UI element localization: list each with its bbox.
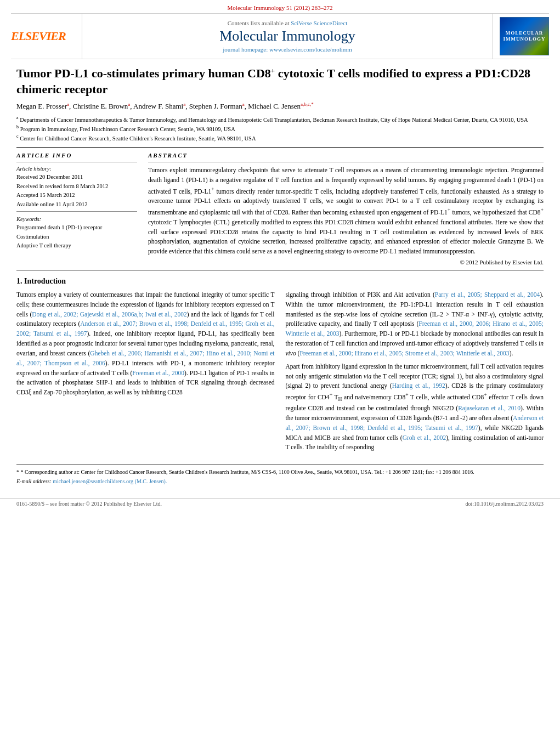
ref-harding[interactable]: Harding et al., 1992: [392, 382, 445, 389]
divider-affiliations: [16, 147, 544, 148]
info-divider2: [16, 211, 137, 212]
email-address[interactable]: michael.jensen@seattlechildrens.org (M.C…: [53, 478, 167, 484]
intro-para2: signaling through inhibition of PI3K and…: [286, 290, 544, 359]
journal-top-bar: Molecular Immunology 51 (2012) 263–272: [11, 4, 549, 11]
journal-title: Molecular Immunology: [219, 28, 355, 44]
aff3-text: Center for Childhood Cancer Research, Se…: [20, 135, 256, 141]
homepage-label: journal homepage:: [223, 46, 268, 53]
ref-parry[interactable]: Parry et al., 2005; Sheppard et al., 200…: [435, 291, 540, 298]
author5: , Michael C. Jensen: [245, 103, 301, 111]
ref-freeman-strome[interactable]: Freeman et al., 2000; Hirano et al., 200…: [299, 350, 509, 357]
page-wrapper: Molecular Immunology 51 (2012) 263–272 E…: [0, 0, 560, 509]
ref-freeman-hirano[interactable]: Freeman et al., 2000, 2006; Hirano et al…: [286, 320, 544, 337]
footnote-email-line: E-mail address: michael.jensen@seattlech…: [16, 478, 544, 485]
aff1-text: Departments of Cancer Immunotherapeutics…: [20, 116, 528, 122]
footer-issn: 0161-5890/$ – see front matter © 2012 Pu…: [16, 501, 162, 507]
ref-anderson[interactable]: Anderson et al., 2007; Brown et al., 199…: [16, 320, 275, 337]
email-label: E-mail address:: [16, 478, 52, 484]
sciverse-link[interactable]: SciVerse ScienceDirect: [291, 20, 347, 26]
ref-dong[interactable]: Dong et al., 2002; Gajewski et al., 2006…: [32, 311, 186, 318]
journal-left: ELSEVIER: [11, 14, 82, 59]
section1-heading: 1. Introduction: [16, 277, 544, 286]
article-info-abstract-section: ARTICLE INFO Article history: Received 2…: [16, 152, 544, 265]
ref-groh[interactable]: Groh et al., 2002: [403, 434, 446, 441]
info-divider1: [16, 162, 137, 162]
ref-freeman2000[interactable]: Freeman et al., 2000: [132, 370, 184, 376]
abstract-text: Tumors exploit immunoregulatory checkpoi…: [148, 166, 544, 257]
section-title: Introduction: [24, 277, 66, 285]
aff2-text: Program in Immunology, Fred Hutchinson C…: [20, 126, 235, 132]
sciverse-text: Contents lists available at SciVerse Sci…: [228, 20, 347, 26]
footnote-text-content: * Corresponding author at: Center for Ch…: [21, 469, 474, 475]
footnote-corresponding: * * Corresponding author at: Center for …: [16, 468, 544, 476]
available-date: Available online 11 April 2012: [16, 201, 137, 209]
accepted-date: Accepted 15 March 2012: [16, 191, 137, 200]
journal-homepage: journal homepage: www.elsevier.com/locat…: [223, 46, 352, 53]
received-date: Received 20 December 2011: [16, 173, 137, 182]
intro-para3: Apart from inhibitory ligand expression …: [286, 362, 544, 452]
author1: Megan E. Prosser: [16, 103, 67, 111]
history-label: Article history:: [16, 166, 137, 172]
journal-logo-box: MOLECULAR IMMUNOLOGY: [500, 17, 549, 55]
abstract-label: ABSTRACT: [148, 152, 544, 159]
title-part1: Tumor PD-L1 co-stimulates primary human …: [16, 66, 271, 80]
affiliations: a Departments of Cancer Immunotherapeuti…: [16, 115, 544, 143]
intro-para1: Tumors employ a variety of countermeasur…: [16, 290, 275, 398]
revised-date: Received in revised form 8 March 2012: [16, 183, 137, 191]
author4: , Stephen J. Forman: [185, 103, 242, 111]
body-divider: [16, 270, 544, 270]
body-col-right: signaling through inhibition of PI3K and…: [286, 290, 544, 456]
body-section: 1. Introduction Tumors employ a variety …: [16, 277, 544, 456]
journal-header: Molecular Immunology 51 (2012) 263–272 E…: [0, 0, 560, 60]
ref-rajasekaran[interactable]: Rajasekaran et al., 2010: [458, 405, 521, 411]
page-footer: 0161-5890/$ – see front matter © 2012 Pu…: [0, 498, 560, 509]
keywords-label: Keywords:: [16, 216, 137, 222]
article-info-label: ARTICLE INFO: [16, 152, 137, 159]
keyword3: Adoptive T cell therapy: [16, 242, 137, 250]
abstract-divider: [148, 162, 544, 162]
footnote-star: *: [16, 469, 21, 475]
body-col-left: Tumors employ a variety of countermeasur…: [16, 290, 275, 456]
logo-text: MOLECULAR IMMUNOLOGY: [504, 30, 546, 42]
journal-volume-info: Molecular Immunology 51 (2012) 263–272: [228, 4, 333, 11]
elsevier-logo: ELSEVIER: [11, 29, 66, 43]
copyright-line: © 2012 Published by Elsevier Ltd.: [148, 259, 544, 265]
journal-meta-row: ELSEVIER Contents lists available at Sci…: [11, 13, 549, 59]
abstract-column: ABSTRACT Tumors exploit immunoregulatory…: [148, 152, 544, 265]
ref-anderson2[interactable]: Anderson et al., 2007; Brown et al., 199…: [286, 415, 544, 431]
section-number: 1.: [16, 277, 22, 285]
aff3-sup: c: [16, 134, 19, 139]
aff2-sup: b: [16, 125, 19, 129]
ref-ghebeh[interactable]: Ghebeh et al., 2006; Hamanishi et al., 2…: [16, 350, 275, 366]
journal-center: Contents lists available at SciVerse Sci…: [82, 14, 493, 59]
article-info-column: ARTICLE INFO Article history: Received 2…: [16, 152, 137, 265]
author2: , Christine E. Brown: [69, 103, 128, 111]
footer-doi[interactable]: doi:10.1016/j.molimm.2012.03.023: [465, 501, 544, 507]
homepage-url[interactable]: www.elsevier.com/locate/molimm: [269, 46, 352, 53]
keyword2: Costimulation: [16, 233, 137, 241]
article-content: Tumor PD-L1 co-stimulates primary human …: [0, 60, 560, 493]
journal-right: MOLECULAR IMMUNOLOGY: [493, 14, 549, 59]
author5-sup: a,b,c,*: [301, 101, 314, 107]
aff1-sup: a: [16, 115, 19, 120]
body-two-col: Tumors employ a variety of countermeasur…: [16, 290, 544, 456]
footnote-section: * * Corresponding author at: Center for …: [16, 465, 544, 485]
keyword1: Programmed death 1 (PD-1) receptor: [16, 224, 137, 232]
contents-label: Contents lists available at: [228, 20, 290, 26]
article-title: Tumor PD-L1 co-stimulates primary human …: [16, 66, 544, 97]
authors-line: Megan E. Prossera, Christine E. Browna, …: [16, 101, 544, 111]
author3: , Andrew F. Shami: [130, 103, 183, 111]
